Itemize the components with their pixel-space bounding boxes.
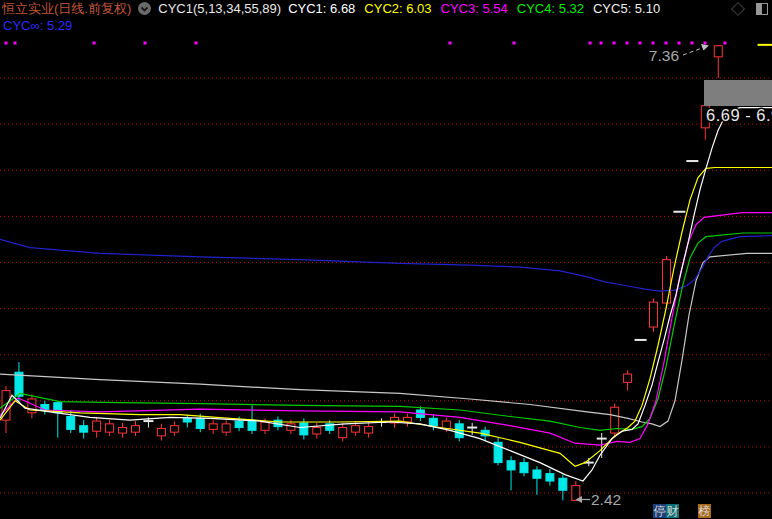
candle-day-12[interactable] [157, 424, 165, 441]
news-marker-dot [195, 42, 198, 45]
candle-day-55[interactable] [714, 45, 722, 78]
diamond-icon[interactable] [731, 1, 745, 15]
news-marker-dot [704, 42, 707, 45]
candle-day-31[interactable] [403, 414, 411, 427]
indicator-value-5: CYC5: 5.10 [593, 1, 660, 16]
candle-day-3[interactable] [41, 401, 49, 415]
high-arrow [683, 47, 705, 55]
low-price-label: 2.42 [591, 491, 621, 508]
candle-day-9[interactable] [119, 423, 127, 438]
candles-layer [2, 45, 772, 501]
candle-day-13[interactable] [170, 421, 178, 436]
candle-day-4[interactable] [54, 401, 62, 438]
candle-day-24[interactable] [313, 423, 321, 439]
candle-day-2[interactable] [28, 394, 36, 418]
news-marker-dot [639, 42, 642, 45]
candle-day-8[interactable] [106, 420, 114, 436]
price-range-tooltip-box [704, 80, 772, 106]
news-marker-dot [665, 42, 668, 45]
overlay-indicator-value: CYC∞: 5.29 [3, 18, 72, 33]
candle-day-36[interactable] [467, 423, 477, 435]
candle-day-26[interactable] [339, 423, 347, 441]
gridlines-layer [0, 78, 772, 493]
news-marker-dot [513, 42, 516, 45]
news-marker-dot [626, 42, 629, 45]
ma-lines-layer [0, 108, 772, 481]
candle-day-14[interactable] [183, 415, 191, 428]
indicator-name[interactable]: CYC1(5,13,34,55,89) [158, 1, 281, 16]
ma-line-CYC∞ [0, 236, 772, 291]
price-range-label: 6.69 - 6.9 [706, 106, 772, 124]
news-marker-dot [5, 42, 8, 45]
candle-day-41[interactable] [533, 466, 541, 495]
news-marker-dot [144, 42, 147, 45]
candle-day-17[interactable] [222, 420, 230, 436]
indicator-value-1: CYC1: 6.68 [288, 1, 355, 16]
candle-day-43[interactable] [559, 475, 567, 501]
badge-char: 榜 [698, 504, 711, 518]
news-marker-dot [14, 42, 17, 45]
news-marker-dot [449, 42, 452, 45]
candle-day-47[interactable] [611, 404, 619, 438]
news-marker-dot [678, 42, 681, 45]
ma-line-CYC3 [0, 213, 772, 445]
candle-day-51[interactable] [662, 256, 670, 308]
candle-day-48[interactable] [624, 370, 632, 390]
news-marker-dot [600, 42, 603, 45]
candle-day-42[interactable] [546, 469, 554, 486]
candle-day-6[interactable] [80, 420, 88, 438]
badge-char: 停 [653, 504, 666, 518]
candle-day-7[interactable] [93, 417, 101, 437]
indicator-value-4: CYC4: 5.32 [517, 1, 584, 16]
news-marker-dot [613, 42, 616, 45]
candle-day-39[interactable] [507, 456, 515, 490]
candle-day-10[interactable] [132, 421, 140, 436]
high-arrow-head [701, 44, 709, 51]
high-price-label: 7.36 [649, 47, 679, 64]
price-chart[interactable]: 7.362.426.69 - 6.9 [0, 0, 772, 519]
news-marker-dot [691, 42, 694, 45]
ting-cai-badge[interactable]: 停财 [653, 504, 679, 518]
candle-day-38[interactable] [494, 438, 502, 466]
indicator-header-bar: 恒立实业(日线.前复权) CYC1(5,13,34,55,89) CYC1: 6… [2, 0, 770, 17]
candle-day-40[interactable] [520, 458, 528, 476]
chevron-down-icon[interactable] [138, 2, 151, 15]
candle-day-16[interactable] [209, 420, 217, 434]
candle-day-28[interactable] [365, 422, 373, 438]
stock-title[interactable]: 恒立实业(日线.前复权) [2, 0, 131, 18]
footer-badges: 停财榜 [653, 504, 730, 518]
indicator-values: CYC1: 6.68CYC2: 6.03CYC3: 5.54CYC4: 5.32… [288, 1, 660, 16]
news-dots-layer [5, 42, 727, 45]
news-marker-dot [589, 42, 592, 45]
indicator-value-3: CYC3: 5.54 [441, 1, 508, 16]
indicator-value-2: CYC2: 6.03 [364, 1, 431, 16]
candle-day-50[interactable] [650, 298, 658, 331]
bang-badge[interactable]: 榜 [698, 504, 711, 518]
candle-day-44[interactable] [572, 481, 580, 500]
candle-day-5[interactable] [67, 410, 75, 433]
news-marker-dot [93, 42, 96, 45]
badge-char: 财 [666, 504, 679, 518]
news-marker-dot [652, 42, 655, 45]
panel-layout-icon[interactable] [756, 3, 768, 15]
news-marker-dot [724, 42, 727, 45]
